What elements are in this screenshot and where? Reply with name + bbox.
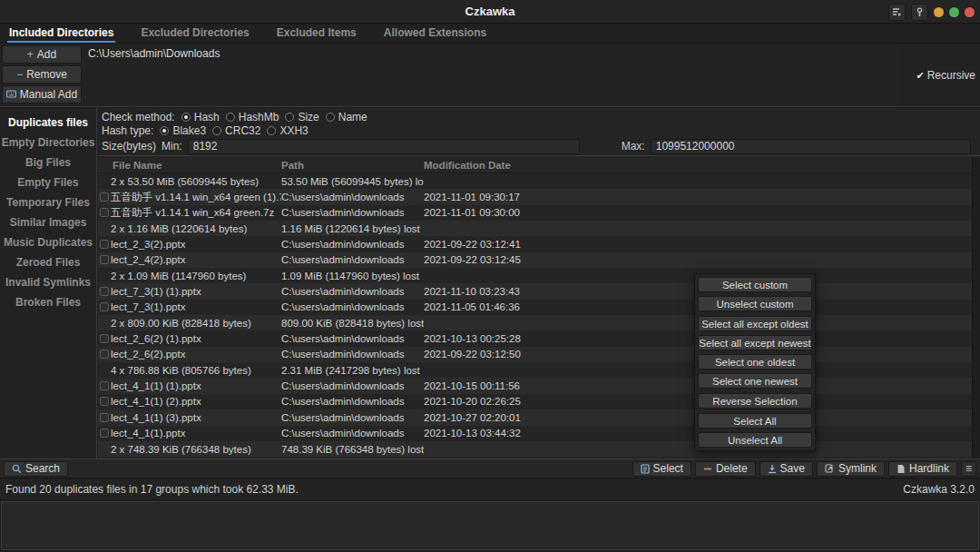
row-checkbox[interactable] — [100, 192, 109, 202]
group-row[interactable]: 4 x 786.88 KiB (805766 bytes)2.31 MiB (2… — [98, 362, 972, 378]
select-button[interactable]: Select — [632, 461, 691, 477]
sidebar-item-duplicates-files[interactable]: Duplicates files — [0, 113, 96, 133]
directory-path[interactable]: C:\Users\admin\Downloads — [83, 44, 898, 64]
row-checkbox[interactable] — [100, 208, 109, 217]
file-row[interactable]: 五音助手 v1.14.1 win_x64 green (1).7zC:\user… — [98, 189, 972, 204]
row-checkbox[interactable] — [100, 429, 109, 438]
hash-type-label: Hash type: — [102, 124, 153, 137]
file-row[interactable]: lect_7_3(1).pptxC:\users\admin\downloads… — [98, 300, 972, 315]
manual-add-button[interactable]: Manual Add — [2, 85, 82, 104]
group-row[interactable]: 2 x 1.09 MiB (1147960 bytes)1.09 MiB (11… — [98, 268, 972, 283]
cell-path: C:\users\admin\downloads — [281, 349, 424, 360]
sidebar-item-temporary-files[interactable]: Temporary Files — [0, 192, 96, 212]
cell-name: lect_4_1(1) (3).pptx — [111, 412, 281, 423]
cell-name: 五音助手 v1.14.1 win_x64 green.7z — [111, 206, 281, 220]
radio-blake3[interactable]: Blake3 — [160, 124, 206, 137]
file-row[interactable]: lect_2_3(2).pptxC:\users\admin\downloads… — [98, 236, 972, 251]
symlink-icon — [825, 464, 835, 474]
remove-directory-button[interactable]: − Remove — [2, 65, 82, 84]
unselect-custom-button[interactable]: Unselect custom — [698, 296, 812, 311]
file-row[interactable]: lect_4_1(1) (1).pptxC:\users\admin\downl… — [98, 378, 972, 393]
row-checkbox[interactable] — [100, 255, 109, 264]
add-directory-button[interactable]: + Add — [2, 45, 82, 64]
column-file-name[interactable]: File Name — [111, 160, 281, 171]
row-checkbox[interactable] — [100, 381, 109, 390]
group-row[interactable]: 2 x 1.16 MiB (1220614 bytes)1.16 MiB (12… — [98, 221, 972, 236]
select-all-except-oldest-button[interactable]: Select all except oldest — [698, 316, 812, 331]
group-row[interactable]: 2 x 53.50 MiB (56099445 bytes)53.50 MiB … — [98, 173, 972, 189]
results-table: File Name Path Modification Date 2 x 53.… — [98, 158, 972, 458]
directory-list[interactable]: C:\Users\admin\Downloads — [83, 44, 898, 106]
hamburger-icon: ≡ — [965, 462, 972, 475]
file-row[interactable]: lect_2_4(2).pptxC:\users\admin\downloads… — [98, 252, 972, 268]
hardlink-button[interactable]: Hardlink — [888, 461, 957, 477]
select-one-newest-button[interactable]: Select one newest — [698, 373, 812, 389]
cell-path: C:\users\admin\downloads — [281, 396, 424, 407]
directories-panel: + Add − Remove Manual Add C:\Users\admin… — [0, 44, 980, 107]
save-button[interactable]: Save — [760, 461, 813, 477]
column-modification-date[interactable]: Modification Date — [424, 160, 972, 171]
sidebar-item-invalid-symlinks[interactable]: Invalid Symlinks — [0, 272, 96, 292]
column-path[interactable]: Path — [281, 160, 424, 171]
delete-icon — [703, 464, 712, 474]
min-size-input[interactable]: 8192 — [188, 139, 580, 154]
hamburger-menu-button[interactable]: ≡ — [961, 461, 976, 477]
max-size-input[interactable]: 1099512000000 — [651, 139, 971, 154]
main-area: Duplicates filesEmpty DirectoriesBig Fil… — [0, 108, 980, 458]
maximize-button[interactable] — [949, 7, 959, 17]
delete-button[interactable]: Delete — [695, 461, 756, 477]
row-checkbox[interactable] — [100, 302, 109, 311]
file-row[interactable]: lect_7_3(1) (1).pptxC:\users\admin\downl… — [98, 283, 972, 299]
sidebar-item-big-files[interactable]: Big Files — [0, 153, 96, 172]
minimize-button[interactable] — [934, 7, 944, 17]
radio-hash[interactable]: Hash — [181, 111, 220, 123]
tab-excluded-directories[interactable]: Excluded Directories — [139, 25, 250, 43]
radio-hashmb[interactable]: HashMb — [226, 111, 279, 123]
tab-allowed-extensions[interactable]: Allowed Extensions — [382, 25, 488, 43]
select-custom-button[interactable]: Select custom — [698, 277, 812, 292]
row-checkbox[interactable] — [100, 334, 109, 343]
group-row[interactable]: 2 x 748.39 KiB (766348 bytes)748.39 KiB … — [98, 441, 972, 457]
file-row[interactable]: lect_2_6(2) (1).pptxC:\users\admin\downl… — [98, 330, 972, 346]
cell-name: lect_2_6(2).pptx — [111, 349, 281, 360]
row-checkbox[interactable] — [100, 397, 109, 406]
row-checkbox[interactable] — [100, 413, 109, 422]
cell-name: 2 x 1.16 MiB (1220614 bytes) — [111, 223, 281, 234]
tab-included-directories[interactable]: Included Directories — [7, 25, 115, 43]
radio-xxh3[interactable]: XXH3 — [267, 124, 308, 137]
group-row[interactable]: 2 x 809.00 KiB (828418 bytes)809.00 KiB … — [98, 315, 972, 330]
sidebar-item-music-duplicates[interactable]: Music Duplicates — [0, 232, 96, 252]
sidebar-item-similar-images[interactable]: Similar Images — [0, 212, 96, 232]
row-checkbox[interactable] — [100, 350, 109, 359]
reverse-selection-button[interactable]: Reverse Selection — [698, 393, 812, 409]
sidebar-item-zeroed-files[interactable]: Zeroed Files — [0, 252, 96, 272]
file-row[interactable]: 五音助手 v1.14.1 win_x64 green.7zC:\users\ad… — [98, 205, 972, 221]
cell-date: 2021-11-01 09:30:17 — [424, 192, 972, 202]
select-all-except-newest-button[interactable]: Select all except newest — [698, 335, 812, 350]
sidebar-item-empty-directories[interactable]: Empty Directories — [0, 133, 96, 153]
file-row[interactable]: lect_4_1(1) (3).pptxC:\users\admin\downl… — [98, 409, 972, 425]
tab-excluded-items[interactable]: Excluded Items — [275, 25, 358, 43]
settings-button[interactable] — [911, 4, 928, 21]
cell-path: C:\users\admin\downloads — [281, 301, 424, 312]
recursive-checkbox[interactable]: ✔ Recursive — [916, 69, 975, 82]
close-button[interactable] — [965, 7, 975, 17]
select-all-button[interactable]: Select All — [698, 413, 812, 429]
file-row[interactable]: lect_4_1(1) (2).pptxC:\users\admin\downl… — [98, 394, 972, 409]
unselect-all-button[interactable]: Unselect All — [698, 432, 812, 448]
file-row[interactable]: lect_4_1(1).pptxC:\users\admin\downloads… — [98, 426, 972, 441]
sidebar-item-broken-files[interactable]: Broken Files — [0, 292, 96, 312]
row-checkbox[interactable] — [100, 287, 109, 296]
symlink-button[interactable]: Symlink — [817, 461, 885, 477]
search-button[interactable]: Search — [4, 461, 68, 477]
sidebar-item-empty-files[interactable]: Empty Files — [0, 172, 96, 192]
radio-size[interactable]: Size — [285, 111, 318, 123]
vertical-scrollbar[interactable] — [972, 158, 980, 458]
radio-name[interactable]: Name — [326, 111, 368, 123]
check-method-row: Check method: HashHashMbSizeName — [98, 110, 980, 123]
move-files-button[interactable] — [888, 4, 906, 21]
select-one-oldest-button[interactable]: Select one oldest — [698, 354, 812, 370]
row-checkbox[interactable] — [100, 240, 109, 249]
file-row[interactable]: lect_2_6(2).pptxC:\users\admin\downloads… — [98, 347, 972, 362]
radio-crc32[interactable]: CRC32 — [212, 124, 260, 137]
